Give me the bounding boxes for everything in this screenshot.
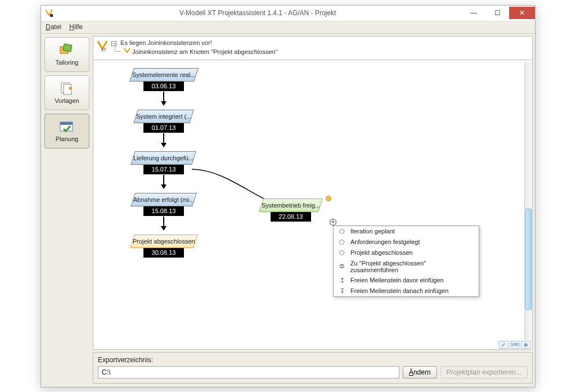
- milestone-date: 15.08.13: [143, 206, 184, 216]
- scrollbar-thumb[interactable]: [525, 209, 532, 310]
- milestone-node[interactable]: System integriert (... 01.07.13: [127, 110, 200, 133]
- context-menu-item[interactable]: ⬠Iteration geplant: [334, 226, 479, 237]
- sidebar: Tailoring Vorlagen Planung: [41, 34, 93, 387]
- sidebar-item-label: Vorlagen: [55, 97, 79, 104]
- merge-icon: ⧉: [338, 263, 346, 270]
- milestone-node[interactable]: Lieferung durchgefü... 15.07.13: [127, 151, 200, 174]
- svg-rect-0: [50, 14, 53, 17]
- sidebar-item-vorlagen[interactable]: Vorlagen: [44, 75, 89, 110]
- context-menu-label: Projekt abgeschlossen: [350, 249, 413, 256]
- menu-help[interactable]: Hilfe: [69, 23, 83, 31]
- close-button[interactable]: ✕: [509, 7, 535, 19]
- flow-diagram-panel: XT − Es liegen Joininkonsistenzen vor!: [93, 36, 533, 350]
- flow-arrow: [163, 92, 164, 105]
- inconsistency-message: XT − Es liegen Joininkonsistenzen vor!: [93, 37, 532, 60]
- context-menu-item[interactable]: ⬠Projekt abgeschlossen: [334, 247, 479, 258]
- insert-before-icon: ↥: [338, 277, 346, 284]
- svg-rect-4: [64, 84, 71, 94]
- sidebar-item-tailoring[interactable]: Tailoring: [44, 37, 89, 72]
- add-node-button[interactable]: +: [330, 219, 336, 226]
- tailoring-icon: [59, 43, 75, 57]
- window-title: V-Modell XT Projektassistent 1.4.1 - AG/…: [53, 9, 462, 17]
- vertical-scrollbar[interactable]: [524, 62, 532, 340]
- context-menu-label: Freien Meilenstein davor einfügen: [350, 277, 444, 283]
- context-menu-label: Freien Meilenstein danach einfügen: [350, 287, 448, 294]
- milestone-date: 22.08.13: [271, 211, 311, 222]
- zoom-toolbar: ⤢ 100 ⊕: [498, 340, 531, 349]
- export-label: Exportverzeichnis:: [98, 356, 528, 364]
- sidebar-item-label: Planung: [56, 136, 78, 142]
- svg-rect-6: [60, 122, 73, 125]
- warning-badge-icon: [326, 196, 331, 201]
- svg-text:XT: XT: [101, 48, 107, 51]
- context-menu: ⬠Iteration geplant ⬠Anforderungen festge…: [333, 226, 479, 297]
- menu-help-label: ilfe: [74, 23, 83, 31]
- change-path-button[interactable]: Ändern: [403, 366, 437, 379]
- milestone-node[interactable]: Systembetrieb freig... 22.08.13: [254, 199, 327, 222]
- application-window: V-Modell XT Projektassistent 1.4.1 - AG/…: [40, 5, 536, 388]
- milestone-label: System integriert (...: [136, 113, 191, 120]
- menu-file-label: atei: [51, 23, 61, 31]
- menubar: Datei Hilfe: [41, 21, 535, 34]
- flow-arrow: [163, 133, 164, 147]
- flow-arrow: [163, 175, 164, 188]
- message-line-2: Joininkonsistenz am Knoten "Projekt abge…: [132, 48, 278, 55]
- milestone-label: Projekt abgeschlossen: [133, 238, 195, 245]
- context-menu-label: Anforderungen festgelegt: [350, 238, 420, 245]
- export-path-input[interactable]: [98, 366, 399, 379]
- flow-canvas[interactable]: Systemelemente real... 03.06.13 System i…: [93, 62, 524, 340]
- milestone-date: 30.08.13: [143, 247, 184, 258]
- tree-collapse-icon[interactable]: −: [111, 41, 116, 46]
- maximize-button[interactable]: ☐: [485, 7, 509, 19]
- warning-icon: [124, 47, 130, 56]
- insert-after-icon: ↧: [338, 287, 346, 295]
- milestone-label: Systemelemente real...: [132, 71, 196, 78]
- milestone-icon: ⬠: [338, 238, 346, 246]
- milestone-label: Abnahme erfolgt (mi...: [133, 196, 194, 203]
- milestone-node[interactable]: Projekt abgeschlossen 30.08.13: [127, 235, 200, 258]
- milestone-date: 03.06.13: [143, 81, 184, 91]
- milestone-date: 01.07.13: [143, 123, 184, 133]
- milestone-node[interactable]: Abnahme erfolgt (mi... 15.08.13: [127, 193, 200, 216]
- context-menu-label: Iteration geplant: [350, 228, 395, 235]
- milestone-node[interactable]: Systemelemente real... 03.06.13: [127, 68, 200, 91]
- flow-arrow: [163, 217, 164, 230]
- titlebar: V-Modell XT Projektassistent 1.4.1 - AG/…: [41, 6, 535, 21]
- milestone-date: 15.07.13: [143, 164, 184, 174]
- menu-file[interactable]: Datei: [46, 23, 61, 31]
- context-menu-item[interactable]: ⧉Zu "Projekt abgeschlossen" zusammenführ…: [334, 258, 479, 275]
- export-panel: Exportverzeichnis: Ändern Projektplan ex…: [93, 352, 533, 384]
- app-icon: XT: [97, 40, 108, 51]
- context-menu-item[interactable]: ↧Freien Meilenstein danach einfügen: [334, 286, 479, 296]
- message-line-1: Es liegen Joininkonsistenzen vor!: [120, 39, 212, 46]
- app-icon: [44, 8, 53, 17]
- milestone-icon: ⬠: [338, 249, 346, 256]
- milestone-label: Systembetrieb freig...: [262, 202, 320, 209]
- zoom-reset-button[interactable]: ⊕: [521, 341, 531, 349]
- zoom-100-button[interactable]: 100: [510, 341, 520, 349]
- export-plan-button: Projektplan exportieren...: [440, 366, 528, 379]
- zoom-fit-button[interactable]: ⤢: [498, 341, 508, 349]
- milestone-icon: ⬠: [338, 228, 346, 235]
- context-menu-item[interactable]: ⬠Anforderungen festgelegt: [334, 237, 479, 247]
- minimize-button[interactable]: —: [462, 7, 485, 19]
- sidebar-item-planung[interactable]: Planung: [44, 114, 89, 148]
- svg-rect-2: [63, 43, 72, 51]
- templates-icon: [59, 82, 75, 95]
- planning-icon: [59, 120, 75, 133]
- milestone-label: Lieferung durchgefü...: [133, 155, 194, 161]
- sidebar-item-label: Tailoring: [56, 59, 79, 66]
- context-menu-item[interactable]: ↥Freien Meilenstein davor einfügen: [334, 275, 479, 286]
- context-menu-label: Zu "Projekt abgeschlossen" zusammenführe…: [350, 260, 474, 273]
